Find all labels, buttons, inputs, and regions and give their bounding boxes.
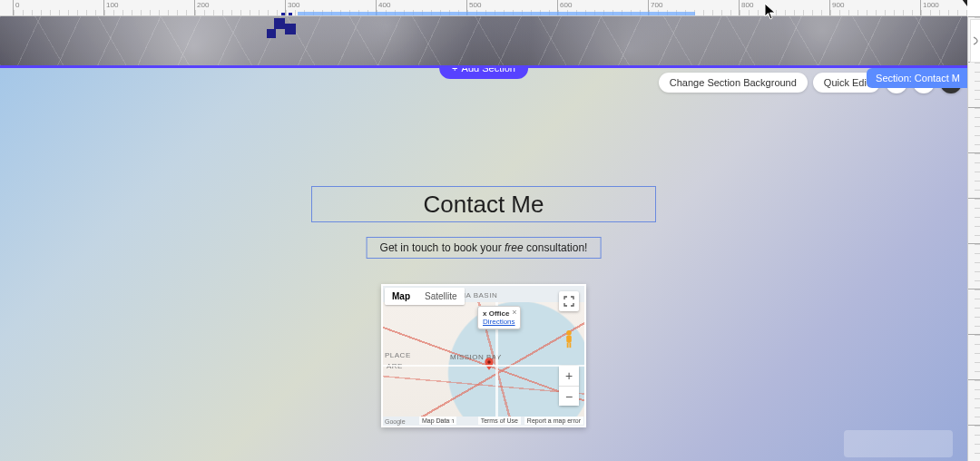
map-type-map[interactable]: Map [385, 288, 417, 305]
svg-rect-6 [567, 343, 569, 348]
map-type-satellite[interactable]: Satellite [417, 288, 465, 305]
ruler-down-arrow [962, 0, 967, 6]
subheading-pre: Get in touch to book your [380, 241, 505, 254]
map-footer-right: Terms of Use Report a map error [478, 417, 583, 425]
directions-link[interactable]: Directions [483, 318, 515, 326]
right-panel-handle[interactable] [970, 19, 980, 63]
map-zoom-out[interactable]: − [559, 386, 579, 406]
map-pin-icon[interactable] [482, 357, 496, 371]
svg-point-3 [487, 361, 490, 364]
map-zoom-in[interactable]: + [559, 366, 579, 386]
subheading-consultation[interactable]: Get in touch to book your free consultat… [367, 237, 602, 259]
map-zoom-control: + − [559, 366, 579, 406]
map-label-mission-bay: MISSION BAY [450, 353, 502, 361]
map-footer-links: Map Data [419, 417, 452, 425]
info-title: x Office [483, 309, 515, 318]
section-background-texture [0, 16, 967, 65]
ruler-vertical [967, 16, 980, 461]
map-widget[interactable]: CHINA BASIN MISSION BAY PLACE ARE Map Sa… [381, 284, 586, 427]
map-terms-link[interactable]: Terms of Use [478, 417, 521, 425]
heading-contact-me[interactable]: Contact Me [311, 186, 656, 222]
plus-icon: + [452, 65, 457, 74]
section-name-tag[interactable]: Section: Contact M [867, 68, 967, 88]
section-contact[interactable]: + Add Section Change Section Background … [0, 65, 967, 461]
map-attribution: Google [385, 418, 406, 425]
map-label-place: PLACE [385, 351, 411, 359]
map-type-switch: Map Satellite [385, 288, 465, 305]
map-report-link[interactable]: Report a map error [524, 417, 583, 425]
map-streetview-pegman[interactable] [559, 328, 579, 351]
close-icon[interactable]: × [512, 308, 516, 317]
map-data-label: Map Data [419, 417, 452, 425]
add-section-label: Add Section [462, 65, 515, 74]
add-section-button[interactable]: + Add Section [439, 65, 528, 79]
change-background-button[interactable]: Change Section Background [659, 73, 808, 93]
svg-rect-5 [566, 335, 572, 342]
subheading-em: free [505, 241, 524, 254]
ruler-selection-span [298, 12, 695, 15]
ruler-horizontal [0, 0, 967, 16]
heading-text: Contact Me [424, 191, 544, 219]
map-label-are: ARE [387, 362, 403, 370]
cursor-icon [764, 4, 777, 20]
map-info-window: × x Office Directions [477, 306, 521, 329]
subheading-post: consultation! [524, 241, 588, 254]
map-fullscreen-button[interactable] [559, 291, 579, 311]
svg-point-4 [566, 330, 572, 336]
svg-rect-7 [569, 343, 571, 348]
watermark-overlay [844, 430, 953, 457]
